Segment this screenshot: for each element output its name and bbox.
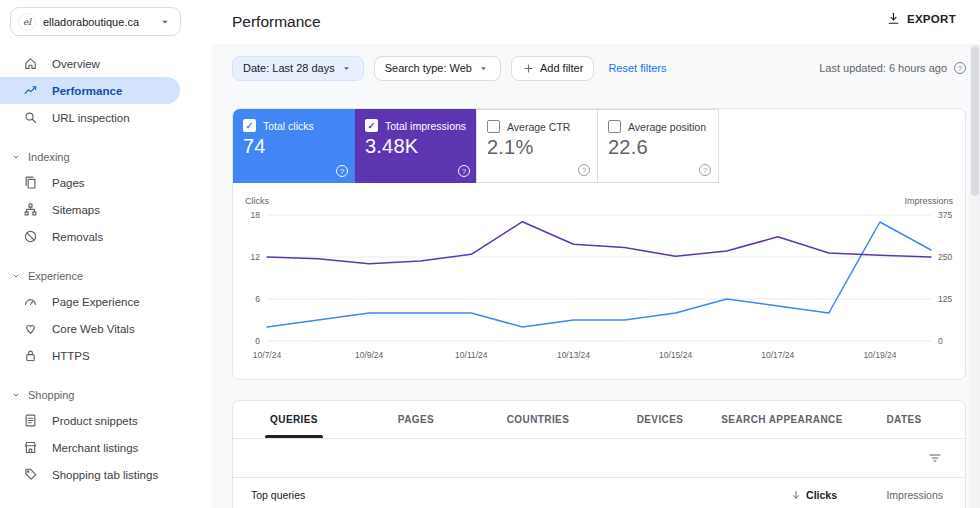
metric-label: Total impressions	[385, 120, 466, 132]
caret-down-icon	[158, 15, 172, 29]
sidebar-item-label: Performance	[52, 85, 122, 97]
metric-label: Total clicks	[263, 120, 314, 132]
sidebar-item-core-web-vitals[interactable]: Core Web Vitals	[0, 315, 180, 342]
last-updated-text: Last updated: 6 hours ago	[819, 62, 947, 74]
filter-chip-add-filter[interactable]: Add filter	[511, 56, 594, 81]
sidebar-item-label: Page Experience	[52, 296, 140, 308]
column-header-clicks[interactable]: Clicks	[727, 489, 837, 501]
page-title: Performance	[232, 13, 321, 31]
metric-tile-total-clicks[interactable]: Total clicks74	[233, 109, 355, 183]
sidebar-item-https[interactable]: HTTPS	[0, 342, 180, 369]
clicks-label: Clicks	[806, 489, 837, 501]
page-experience-icon	[23, 294, 38, 309]
sidebar-item-label: Shopping tab listings	[52, 469, 158, 481]
metric-checkbox[interactable]	[243, 119, 256, 132]
svg-text:10/19/24: 10/19/24	[863, 350, 896, 360]
metric-label: Average position	[628, 121, 706, 133]
filter-chip-search-type-web[interactable]: Search type: Web	[374, 56, 501, 81]
metric-value: 3.48K	[365, 135, 467, 158]
sidebar-item-shopping-tab-listings[interactable]: Shopping tab listings	[0, 461, 180, 488]
reset-filters-link[interactable]: Reset filters	[608, 62, 666, 74]
sidebar-item-url-inspection[interactable]: URL inspection	[0, 104, 180, 131]
help-icon[interactable]	[578, 164, 590, 176]
svg-text:10/17/24: 10/17/24	[761, 350, 794, 360]
top-bar: el elladoraboutique.ca Performance EXPOR…	[0, 0, 980, 44]
svg-text:18: 18	[251, 210, 261, 220]
section-header-experience[interactable]: Experience	[0, 264, 212, 288]
tab-queries[interactable]: QUERIES	[233, 401, 355, 438]
filter-chip-row: Date: Last 28 daysSearch type: WebAdd fi…	[232, 56, 594, 81]
metric-checkbox[interactable]	[365, 119, 378, 132]
metric-checkbox[interactable]	[608, 120, 621, 133]
home-icon	[23, 56, 38, 71]
chip-label: Search type: Web	[385, 62, 472, 74]
section-header-security-manual-actions[interactable]: Security & Manual Actions	[0, 502, 212, 508]
tab-countries[interactable]: COUNTRIES	[477, 401, 599, 438]
sidebar-item-label: Pages	[52, 177, 85, 189]
filter-list-icon[interactable]	[927, 450, 943, 466]
help-icon[interactable]	[954, 62, 966, 74]
metric-checkbox[interactable]	[487, 120, 500, 133]
table-header-row: Top queries Clicks Impressions	[233, 478, 965, 508]
column-header-top-queries[interactable]: Top queries	[251, 489, 727, 501]
help-icon[interactable]	[336, 165, 348, 177]
tab-label: QUERIES	[270, 414, 318, 425]
sidebar-item-performance[interactable]: Performance	[0, 77, 180, 104]
metrics-row: Total clicks74Total impressions3.48KAver…	[233, 109, 965, 183]
svg-text:Clicks: Clicks	[245, 196, 269, 206]
product-snippets-icon	[23, 413, 38, 428]
section-header-label: Indexing	[28, 151, 70, 163]
chip-label: Date: Last 28 days	[243, 62, 335, 74]
caret-down-icon	[340, 62, 353, 75]
chevron-down-icon	[10, 151, 22, 163]
chip-label: Add filter	[540, 62, 583, 74]
performance-chart[interactable]: 0061251225018375ClicksImpressions10/7/24…	[245, 195, 955, 375]
chevron-down-icon	[10, 270, 22, 282]
tab-pages[interactable]: PAGES	[355, 401, 477, 438]
section-header-indexing[interactable]: Indexing	[0, 145, 212, 169]
filter-row: Date: Last 28 daysSearch type: WebAdd fi…	[232, 54, 966, 82]
sort-arrow-icon	[790, 489, 802, 501]
tab-devices[interactable]: DEVICES	[599, 401, 721, 438]
scrollbar[interactable]	[970, 44, 980, 508]
scrollbar-thumb[interactable]	[971, 46, 979, 196]
sidebar-nav: OverviewPerformanceURL inspectionIndexin…	[0, 44, 212, 508]
sidebar-item-label: URL inspection	[52, 112, 130, 124]
svg-text:0: 0	[938, 336, 943, 346]
sidebar-item-overview[interactable]: Overview	[0, 50, 180, 77]
table-filter-bar	[233, 439, 965, 478]
sidebar-item-pages[interactable]: Pages	[0, 169, 180, 196]
sidebar-item-sitemaps[interactable]: Sitemaps	[0, 196, 180, 223]
help-icon[interactable]	[458, 165, 470, 177]
plus-icon	[522, 62, 535, 75]
metric-value: 22.6	[608, 136, 708, 159]
section-header-shopping[interactable]: Shopping	[0, 383, 212, 407]
tab-bar: QUERIESPAGESCOUNTRIESDEVICESSEARCH APPEA…	[233, 401, 965, 439]
caret-down-icon	[477, 62, 490, 75]
filter-chip-date-last-28-days[interactable]: Date: Last 28 days	[232, 56, 364, 81]
merchant-listings-icon	[23, 440, 38, 455]
performance-card: Total clicks74Total impressions3.48KAver…	[232, 108, 966, 380]
sidebar-item-product-snippets[interactable]: Product snippets	[0, 407, 180, 434]
sidebar-item-merchant-listings[interactable]: Merchant listings	[0, 434, 180, 461]
core-web-vitals-icon	[23, 321, 38, 336]
tab-search-appearance[interactable]: SEARCH APPEARANCE	[721, 401, 843, 438]
sidebar-item-label: Product snippets	[52, 415, 138, 427]
sidebar-item-label: Overview	[52, 58, 100, 70]
sidebar-item-page-experience[interactable]: Page Experience	[0, 288, 180, 315]
metric-tile-total-impressions[interactable]: Total impressions3.48K	[355, 109, 477, 183]
column-header-impressions[interactable]: Impressions	[837, 489, 943, 501]
export-button[interactable]: EXPORT	[886, 11, 956, 26]
svg-text:10/11/24: 10/11/24	[455, 350, 488, 360]
property-selector[interactable]: el elladoraboutique.ca	[10, 7, 181, 36]
section-header-label: Experience	[28, 270, 83, 282]
metric-tile-average-position[interactable]: Average position22.6	[597, 109, 719, 183]
help-icon[interactable]	[699, 164, 711, 176]
section-header-label: Shopping	[28, 389, 75, 401]
svg-text:12: 12	[251, 252, 261, 262]
dimensions-card: QUERIESPAGESCOUNTRIESDEVICESSEARCH APPEA…	[232, 400, 966, 508]
metric-tile-average-ctr[interactable]: Average CTR2.1%	[476, 109, 598, 183]
performance-icon	[23, 83, 38, 98]
sidebar-item-removals[interactable]: Removals	[0, 223, 180, 250]
tab-dates[interactable]: DATES	[843, 401, 965, 438]
